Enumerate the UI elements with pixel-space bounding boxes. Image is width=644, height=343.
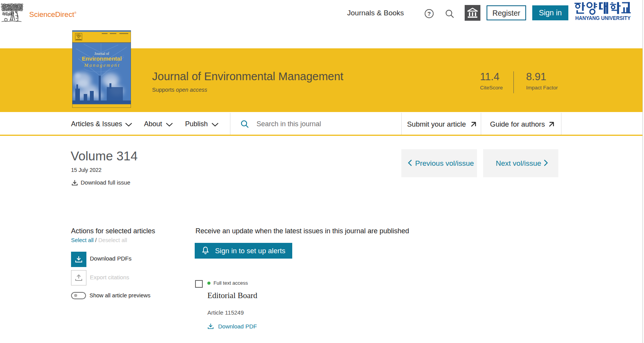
svg-text:Environmental: Environmental <box>82 55 122 62</box>
svg-text:Journal of: Journal of <box>94 52 109 56</box>
svg-text:Management: Management <box>84 62 120 68</box>
svg-text:?: ? <box>427 11 431 17</box>
svg-text:HANYANG UNIVERSITY: HANYANG UNIVERSITY <box>575 15 631 21</box>
